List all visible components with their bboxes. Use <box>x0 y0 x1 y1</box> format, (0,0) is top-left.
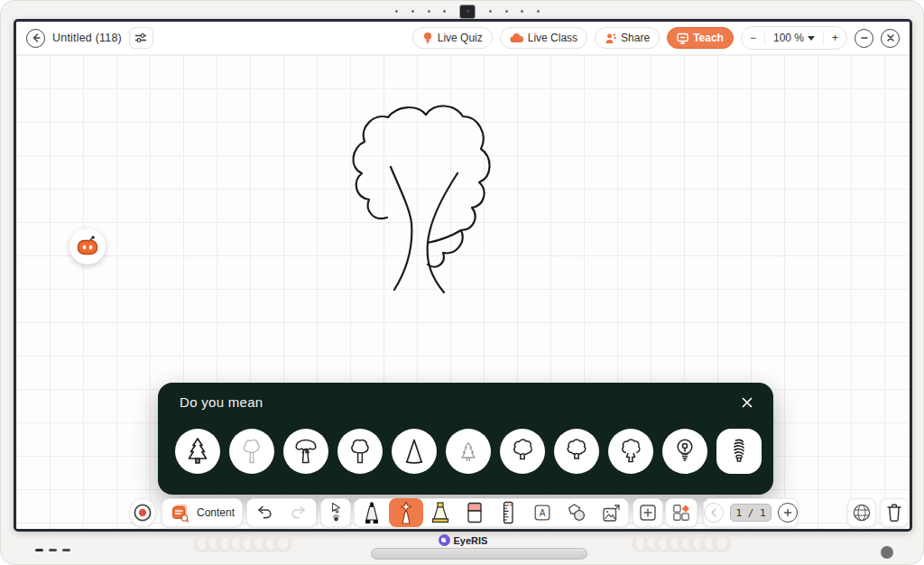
mic-dot <box>489 10 492 13</box>
bezel-button[interactable] <box>35 549 43 551</box>
power-button[interactable] <box>881 546 893 559</box>
cloud-icon <box>510 33 523 43</box>
share-label: Share <box>621 32 650 44</box>
suggestion-cfl-spiral-bulb[interactable] <box>716 429 762 474</box>
cone-icon <box>400 437 429 466</box>
zoom-out-label: − <box>750 32 756 44</box>
titlebar: Untitled (118) Live Quiz <box>16 22 910 55</box>
quiz-bulb-icon <box>422 32 433 44</box>
pen-tool[interactable] <box>355 498 389 527</box>
small-pine-tree-icon <box>454 437 483 466</box>
live-quiz-label: Live Quiz <box>438 32 483 44</box>
document-title: Untitled (118) <box>52 32 122 44</box>
minus-icon <box>860 33 869 42</box>
suggestion-cone[interactable] <box>392 429 437 474</box>
trash-icon <box>885 503 903 523</box>
close-icon <box>886 33 895 42</box>
add-page-button[interactable] <box>778 503 798 523</box>
undo-redo-group <box>246 498 317 527</box>
share-button[interactable]: Share <box>595 27 660 49</box>
suggestion-round-tree[interactable] <box>337 429 383 474</box>
suggestion-small-pine-tree[interactable] <box>446 429 491 474</box>
mic-dot <box>521 10 523 13</box>
arrow-left-icon <box>31 32 42 43</box>
zoom-control: − 100 % + <box>741 26 847 50</box>
mic-dot <box>443 10 446 13</box>
widgets-button[interactable] <box>665 498 698 527</box>
bezel-button[interactable] <box>49 549 57 551</box>
shapes-tool[interactable] <box>559 498 594 527</box>
select-tool-button[interactable] <box>320 498 351 527</box>
previous-page-button[interactable] <box>704 503 724 523</box>
suggestion-light-bulb[interactable] <box>662 429 707 474</box>
suggestion-broccoli-tree[interactable] <box>608 429 653 474</box>
cloud-tree-2-icon <box>562 437 591 466</box>
cloud-tree-icon <box>508 437 537 466</box>
tree-drawing[interactable] <box>346 88 527 304</box>
minimize-button[interactable] <box>855 29 873 48</box>
umbrella-tree-icon <box>291 437 320 466</box>
text-icon: A <box>532 503 552 523</box>
pen-tray <box>371 548 587 560</box>
light-bulb-icon <box>670 437 699 466</box>
undo-icon <box>255 505 273 521</box>
cursor-icon <box>330 502 342 514</box>
ruler-tool[interactable] <box>492 498 526 527</box>
suggestion-row <box>175 429 762 474</box>
delete-button[interactable] <box>880 498 909 527</box>
ai-assistant-button[interactable] <box>69 228 106 264</box>
live-quiz-button[interactable]: Live Quiz <box>412 27 493 49</box>
bezel-button[interactable] <box>62 549 70 551</box>
chevron-left-icon <box>710 508 717 517</box>
board-settings-button[interactable] <box>129 27 153 49</box>
camera <box>459 5 476 19</box>
screen: Untitled (118) Live Quiz <box>14 19 912 532</box>
zoom-in-button[interactable]: + <box>824 32 846 44</box>
zoom-level-dropdown[interactable]: 100 % <box>765 32 823 44</box>
suggestion-umbrella-tree[interactable] <box>283 429 328 474</box>
cfl-spiral-bulb-icon <box>725 437 753 466</box>
zoom-in-label: + <box>832 32 838 44</box>
eraser-tool[interactable] <box>457 498 492 527</box>
insert-image-tool[interactable] <box>594 498 628 527</box>
highlighter-icon <box>429 501 452 524</box>
content-button[interactable]: Content <box>162 498 243 527</box>
background-button[interactable] <box>847 498 876 527</box>
round-tree-icon <box>346 437 374 466</box>
close-app-button[interactable] <box>881 29 900 48</box>
widgets-icon <box>671 503 691 523</box>
record-icon <box>133 503 152 523</box>
suggestion-popup: Do you mean <box>158 383 773 495</box>
record-button[interactable] <box>129 498 156 527</box>
device-frame: Untitled (118) Live Quiz <box>0 0 924 565</box>
broccoli-tree-icon <box>616 437 645 466</box>
suggestion-cloud-tree-2[interactable] <box>554 429 599 474</box>
suggestion-pine-tree[interactable] <box>175 429 220 474</box>
grid-globe-icon <box>852 503 872 523</box>
highlighter-tool[interactable] <box>423 498 457 527</box>
back-button[interactable] <box>26 29 45 48</box>
close-icon <box>741 396 753 409</box>
text-tool-glyph: A <box>540 508 546 518</box>
live-class-button[interactable]: Live Class <box>500 27 587 49</box>
chevron-down-icon <box>808 36 815 41</box>
plus-icon <box>783 508 792 517</box>
redo-button[interactable] <box>282 498 316 527</box>
suggestion-thin-deciduous-tree[interactable] <box>229 429 274 474</box>
add-object-button[interactable] <box>633 498 663 527</box>
whiteboard-canvas[interactable]: Do you mean <box>16 55 910 529</box>
robot-icon <box>75 234 100 259</box>
popup-close-button[interactable] <box>737 393 757 412</box>
magic-pen-tool[interactable] <box>389 498 423 527</box>
eraser-icon <box>465 501 485 524</box>
pine-tree-icon <box>183 437 212 466</box>
undo-button[interactable] <box>247 498 282 527</box>
touch-icon <box>332 514 340 523</box>
bottom-bezel: CCCCCCCO CCCCCCCO EyeRIS <box>1 532 924 565</box>
brand-name: EyeRIS <box>454 535 488 546</box>
text-tool[interactable]: A <box>525 498 559 527</box>
suggestion-cloud-tree[interactable] <box>500 429 545 474</box>
mic-dot <box>395 10 398 13</box>
teach-button[interactable]: Teach <box>667 27 734 49</box>
zoom-out-button[interactable]: − <box>742 32 764 44</box>
